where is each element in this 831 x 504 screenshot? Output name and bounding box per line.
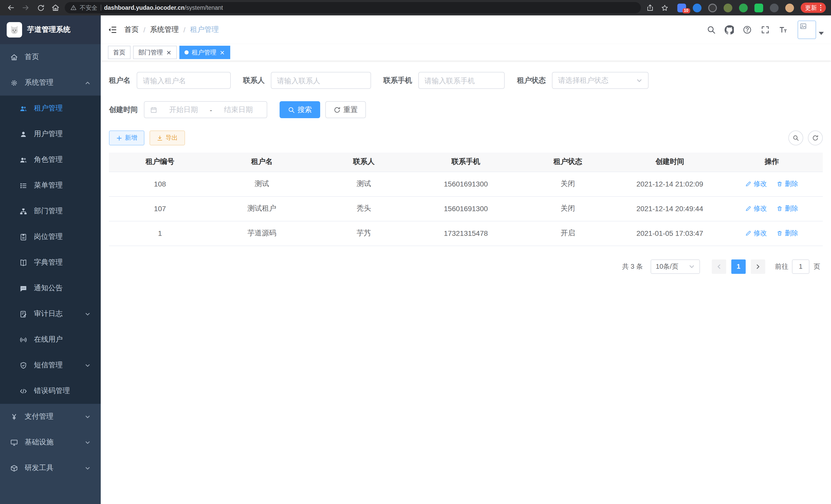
trash-icon [776, 181, 783, 187]
reset-button-label: 重置 [343, 105, 358, 114]
chrome-update-button[interactable]: 更新 [800, 3, 826, 13]
sidebar-item-dev-tools[interactable]: 研发工具 [0, 455, 101, 481]
close-icon[interactable] [220, 50, 225, 55]
caret-down-icon [819, 31, 824, 36]
next-page-button[interactable] [751, 259, 765, 274]
phone-input[interactable] [425, 76, 498, 85]
tenant-status-select[interactable]: 请选择租户状态 [552, 72, 649, 89]
share-button[interactable] [644, 2, 656, 13]
extension-icon[interactable]: 10 [677, 3, 686, 12]
help-button[interactable] [743, 25, 752, 34]
column-header-tenant-name: 租户名 [211, 153, 313, 172]
tenants-icon [20, 105, 27, 112]
start-date-placeholder: 开始日期 [161, 105, 206, 114]
export-button[interactable]: 导出 [149, 130, 185, 145]
sidebar-item-tenant-management[interactable]: 租户管理 [0, 95, 101, 121]
sidebar-item-user-management[interactable]: 用户管理 [0, 121, 101, 147]
user-avatar-dropdown[interactable] [798, 21, 824, 39]
sidebar-item-role-management[interactable]: 角色管理 [0, 147, 101, 173]
toggle-search-button[interactable] [789, 130, 803, 145]
close-icon[interactable] [166, 50, 172, 55]
bookmark-star-button[interactable] [659, 2, 670, 13]
page-size-select[interactable]: 10条/页 [651, 259, 700, 274]
extension-icon[interactable] [692, 3, 701, 12]
sidebar-item-system-management[interactable]: 系统管理 [0, 70, 101, 95]
contact-input[interactable] [277, 76, 365, 85]
fullscreen-button[interactable] [761, 25, 770, 34]
gear-icon [10, 79, 18, 87]
edit-button[interactable]: 修改 [745, 204, 767, 213]
browser-reload-button[interactable] [35, 2, 46, 13]
prev-page-button[interactable] [712, 259, 726, 274]
create-time-range-picker[interactable]: 开始日期 - 结束日期 [144, 101, 267, 118]
column-header-status: 租户状态 [517, 153, 619, 172]
app-logo[interactable]: 芋道管理系统 [0, 16, 101, 44]
roles-icon [20, 156, 27, 164]
extension-icon[interactable] [754, 3, 763, 12]
sidebar-item-error-code-management[interactable]: 错误码管理 [0, 378, 101, 404]
cell-tenant-id: 108 [109, 172, 211, 196]
cell-status: 关闭 [517, 172, 619, 196]
yen-icon [10, 413, 18, 420]
edit-button[interactable]: 修改 [745, 179, 767, 188]
active-tab-dot [184, 50, 189, 55]
github-button[interactable] [725, 25, 734, 34]
delete-button[interactable]: 删除 [776, 179, 798, 188]
sidebar-item-online-users[interactable]: 在线用户 [0, 327, 101, 352]
profile-avatar-icon[interactable] [785, 3, 794, 12]
extension-icon[interactable] [723, 3, 732, 12]
sidebar-menu: 首页 系统管理 租户管理 用户管理 [0, 44, 101, 504]
sidebar-toggle-button[interactable] [108, 25, 117, 34]
sidebar-item-sms-management[interactable]: 短信管理 [0, 352, 101, 378]
browser-forward-button[interactable] [20, 2, 31, 13]
extension-icon[interactable] [739, 3, 747, 12]
tab-tenant-management[interactable]: 租户管理 [179, 46, 230, 59]
sidebar-item-menu-management[interactable]: 菜单管理 [0, 173, 101, 198]
browser-back-button[interactable] [5, 2, 17, 13]
sidebar-item-audit-log[interactable]: 审计日志 [0, 301, 101, 327]
font-size-button[interactable] [779, 25, 788, 34]
sidebar-item-label: 审计日志 [34, 309, 63, 319]
pagination: 共 3 条 10条/页 1 前往 页 [109, 259, 823, 274]
tab-dept-management[interactable]: 部门管理 [133, 46, 177, 59]
tab-label: 租户管理 [192, 48, 217, 57]
column-header-phone: 联系手机 [415, 153, 517, 172]
page-button-1[interactable]: 1 [731, 259, 746, 274]
sidebar-item-home[interactable]: 首页 [0, 44, 101, 70]
tenant-name-input[interactable] [143, 76, 225, 85]
cell-contact: 秃头 [313, 196, 415, 221]
sidebar-item-dept-management[interactable]: 部门管理 [0, 198, 101, 224]
edit-label: 修改 [754, 204, 767, 213]
browser-toolbar: 不安全 dashboard.yudao.iocoder.cn/system/te… [0, 0, 831, 16]
breadcrumb-separator: / [143, 26, 145, 34]
chevron-down-icon [636, 77, 642, 84]
sidebar-item-label: 用户管理 [34, 129, 63, 139]
edit-button[interactable]: 修改 [745, 229, 767, 238]
breadcrumb-home[interactable]: 首页 [124, 25, 139, 34]
header-search-button[interactable] [707, 25, 716, 34]
reset-button[interactable]: 重置 [325, 101, 366, 118]
extension-icon[interactable] [708, 3, 717, 12]
address-bar[interactable]: 不安全 dashboard.yudao.iocoder.cn/system/te… [65, 2, 640, 13]
sidebar-item-dict-management[interactable]: 字典管理 [0, 250, 101, 275]
sidebar-item-payment-management[interactable]: 支付管理 [0, 404, 101, 429]
search-button-label: 搜索 [297, 105, 312, 114]
tab-home[interactable]: 首页 [108, 46, 131, 59]
update-label: 更新 [805, 4, 817, 11]
add-button[interactable]: 新增 [109, 130, 144, 145]
extension-icon[interactable] [770, 3, 778, 12]
sidebar-item-post-management[interactable]: 岗位管理 [0, 224, 101, 250]
breadcrumb-system-management[interactable]: 系统管理 [150, 25, 179, 34]
cell-phone: 15601691300 [415, 172, 517, 196]
delete-button[interactable]: 删除 [776, 229, 798, 238]
browser-home-button[interactable] [50, 2, 61, 13]
badge-icon [20, 233, 27, 241]
search-button[interactable]: 搜索 [280, 101, 320, 118]
sidebar-item-label: 角色管理 [34, 155, 63, 165]
goto-page-input[interactable] [793, 260, 809, 273]
refresh-table-button[interactable] [808, 130, 823, 145]
delete-button[interactable]: 删除 [776, 204, 798, 213]
box-icon [10, 464, 18, 472]
sidebar-item-infrastructure[interactable]: 基础设施 [0, 429, 101, 455]
sidebar-item-notice[interactable]: 通知公告 [0, 275, 101, 301]
